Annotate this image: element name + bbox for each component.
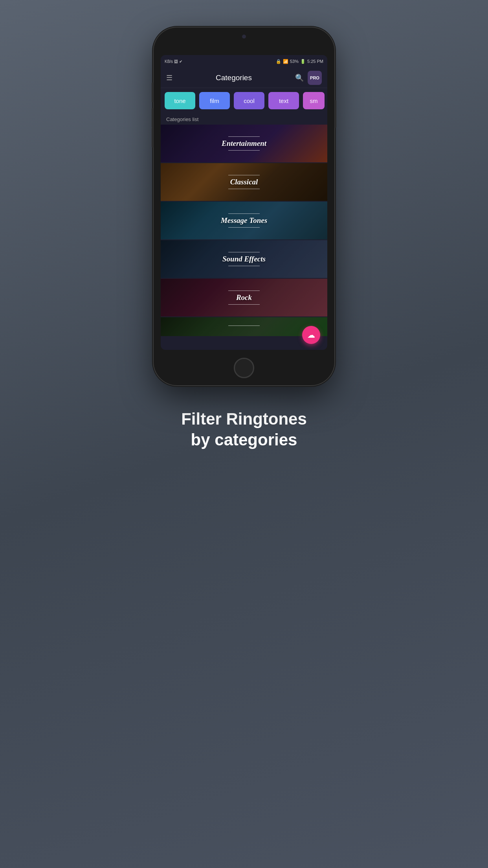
rock-label: Rock [236, 293, 252, 302]
rock-line-top [228, 291, 260, 291]
tagline: Filter Ringtones by categories [142, 409, 346, 450]
rock-overlay: Rock [161, 279, 327, 316]
message-line-top [228, 213, 260, 214]
classical-label: Classical [230, 178, 258, 186]
status-left: KB/s 🖼 ✔ [165, 59, 182, 64]
sound-label: Sound Effects [222, 255, 266, 263]
fab-upload[interactable]: ☁ [302, 326, 320, 344]
sound-line-top [228, 252, 260, 252]
battery-percent: 53% [290, 59, 299, 64]
screen: KB/s 🖼 ✔ 🔒 📶 53% 🔋 5:25 PM ☰ Categories … [161, 55, 327, 350]
home-button[interactable] [234, 358, 254, 378]
tab-tone[interactable]: tone [165, 92, 195, 109]
status-right: 🔒 📶 53% 🔋 5:25 PM [276, 59, 323, 64]
category-rock[interactable]: Rock [161, 279, 327, 316]
category-message-tones[interactable]: Message Tones [161, 202, 327, 239]
tab-film[interactable]: film [199, 92, 230, 109]
upload-icon: ☁ [307, 330, 315, 340]
categories-section: Categories list Entertainment Classical [161, 113, 327, 337]
time: 5:25 PM [307, 59, 323, 64]
tab-text[interactable]: text [268, 92, 299, 109]
filter-tabs: tone film cool text sm [161, 88, 327, 113]
page-title: Categories [176, 74, 291, 82]
entertainment-line-top [228, 136, 260, 137]
entertainment-overlay: Entertainment [161, 125, 327, 162]
category-classical[interactable]: Classical [161, 163, 327, 201]
classical-line-bottom [228, 189, 260, 189]
classical-line-top [228, 175, 260, 175]
message-overlay: Message Tones [161, 202, 327, 239]
message-label: Message Tones [221, 216, 267, 225]
lock-icon: 🔋 [300, 59, 306, 64]
rock-line-bottom [228, 304, 260, 305]
status-bar: KB/s 🖼 ✔ 🔒 📶 53% 🔋 5:25 PM [161, 55, 327, 68]
menu-icon[interactable]: ☰ [166, 74, 172, 82]
sound-line-bottom [228, 266, 260, 266]
categories-label: Categories list [161, 113, 327, 125]
entertainment-label: Entertainment [222, 139, 266, 148]
category-entertainment[interactable]: Entertainment [161, 125, 327, 162]
camera-dot [242, 35, 246, 39]
search-icon[interactable]: 🔍 [295, 74, 304, 82]
sound-overlay: Sound Effects [161, 240, 327, 278]
tagline-line1: Filter Ringtones [181, 410, 307, 428]
phone-shell: KB/s 🖼 ✔ 🔒 📶 53% 🔋 5:25 PM ☰ Categories … [154, 28, 334, 385]
category-sound-effects[interactable]: Sound Effects [161, 240, 327, 278]
classical-overlay: Classical [161, 163, 327, 201]
tab-cool[interactable]: cool [234, 92, 264, 109]
pro-badge[interactable]: PRO [308, 71, 322, 85]
more-line-top [228, 326, 260, 326]
entertainment-line-bottom [228, 150, 260, 151]
tab-sm[interactable]: sm [303, 92, 325, 109]
signal-icon: 📶 [283, 59, 288, 64]
message-line-bottom [228, 227, 260, 228]
status-icons: KB/s 🖼 ✔ [165, 59, 182, 64]
tagline-line2: by categories [191, 430, 297, 449]
nav-bar: ☰ Categories 🔍 PRO [161, 68, 327, 88]
sim-icon: 🔒 [276, 59, 281, 64]
